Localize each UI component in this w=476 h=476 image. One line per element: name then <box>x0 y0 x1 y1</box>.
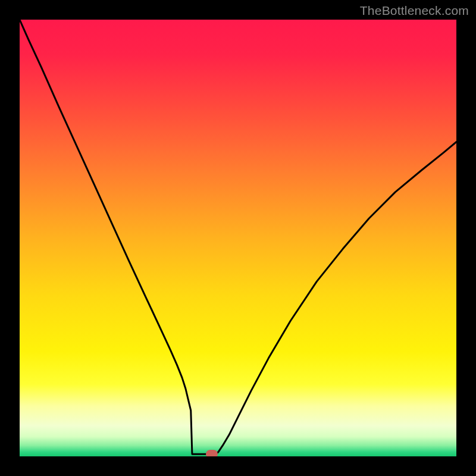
plot-area <box>20 20 456 456</box>
chart-frame: TheBottleneck.com <box>0 0 476 476</box>
bottleneck-curve <box>20 20 456 455</box>
optimal-point-marker <box>206 450 218 456</box>
watermark-text: TheBottleneck.com <box>360 4 469 18</box>
curve-layer <box>20 20 456 456</box>
